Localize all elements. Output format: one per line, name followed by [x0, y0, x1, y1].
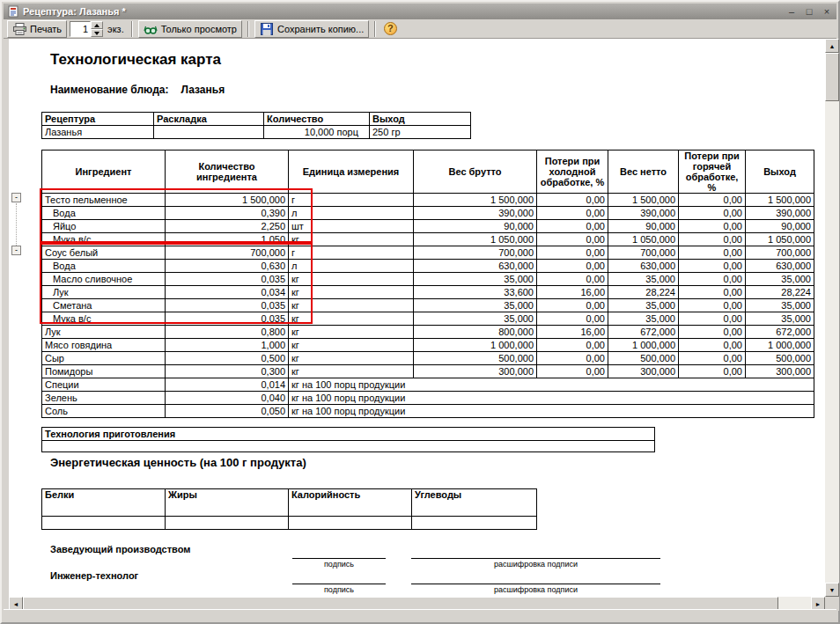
collapse-group-button[interactable]: -	[11, 246, 21, 255]
cold-loss-cell: 0,00	[537, 233, 608, 246]
scroll-up-icon[interactable]: ▲	[825, 39, 839, 53]
gross-weight-cell: 300,000	[414, 365, 537, 378]
spin-down-icon[interactable]	[91, 29, 103, 37]
table-row: Вода0,390л390,0000,00390,0000,00390,000	[42, 207, 814, 220]
ingredients-table: ИнгредиентКоличество ингредиентаЕдиница …	[41, 150, 814, 418]
gross-weight-cell: 35,000	[414, 299, 537, 312]
close-button[interactable]: ×	[821, 5, 833, 18]
cold-loss-cell: 0,00	[537, 207, 608, 220]
save-copy-button[interactable]: Сохранить копию...	[254, 20, 369, 38]
ingredient-unit-cell: кг	[289, 286, 414, 299]
printer-icon	[12, 22, 26, 36]
ingredient-qty-cell: 0,034	[166, 286, 289, 299]
spin-up-icon[interactable]	[91, 21, 103, 29]
ingredient-name-cell: Мука в/с	[42, 233, 166, 246]
ingredient-unit-cell: кг	[289, 299, 414, 312]
ingredients-column-header: Выход	[746, 150, 814, 194]
ingredient-qty-cell: 0,014	[166, 378, 289, 392]
table-row: Тесто пельменное1 500,000г1 500,0000,001…	[42, 194, 814, 207]
signature-line	[292, 558, 386, 559]
gross-weight-cell: 800,000	[414, 326, 537, 339]
hot-loss-cell: 0,00	[679, 233, 746, 246]
ingredient-unit-cell: л	[289, 207, 414, 220]
ingredients-column-header: Потери при горячей обработке, %	[679, 150, 746, 194]
table-row: Сметана0,035кг35,0000,0035,0000,0035,000	[42, 299, 814, 312]
cold-loss-cell: 0,00	[537, 299, 608, 312]
output-weight-cell: 35,000	[746, 273, 814, 286]
output-weight-cell: 390,000	[746, 207, 814, 220]
table-row: Лук0,800кг800,00016,00672,0000,00672,000	[42, 326, 814, 339]
dish-label: Наименование блюда:	[50, 84, 168, 96]
output-weight-cell: 35,000	[746, 299, 814, 312]
ingredient-name-cell: Сметана	[42, 299, 166, 312]
copies-stepper[interactable]	[70, 21, 103, 37]
toolbar-separator	[374, 21, 376, 37]
gross-weight-cell: 1 500,000	[414, 194, 537, 207]
recipe-name-cell: Лазанья	[42, 126, 154, 139]
hot-loss-cell: 0,00	[679, 339, 746, 352]
output-weight-cell: 35,000	[746, 312, 814, 326]
ingredient-qty-cell: 0,500	[166, 352, 289, 365]
hot-loss-cell: 0,00	[679, 352, 746, 365]
ingredient-qty-cell: 0,800	[166, 326, 289, 339]
ingredient-name-cell: Соус белый	[42, 246, 166, 260]
vertical-scrollbar[interactable]: ▲ ▼	[825, 39, 839, 597]
net-weight-cell: 35,000	[608, 299, 679, 312]
copies-input[interactable]	[70, 21, 91, 37]
energy-column-header: Калорийность	[289, 489, 412, 517]
signature-caption: расшифровка подписи	[411, 585, 660, 594]
scroll-down-icon[interactable]: ▼	[825, 583, 839, 597]
ingredient-unit-cell: кг на 100 порц продукции	[289, 405, 814, 418]
minimize-button[interactable]: –	[785, 5, 798, 18]
maximize-button[interactable]: □	[803, 5, 815, 18]
net-weight-cell: 35,000	[608, 312, 679, 326]
ingredient-unit-cell: кг	[289, 365, 414, 378]
cold-loss-cell: 0,00	[537, 220, 608, 233]
ingredient-name-cell: Мясо говядина	[42, 339, 166, 352]
table-row: Соль0,050кг на 100 порц продукции	[42, 405, 814, 418]
signature-line	[411, 584, 660, 584]
view-only-button[interactable]: Только просмотр	[138, 20, 242, 38]
floppy-save-icon	[260, 22, 274, 36]
cold-loss-cell: 0,00	[537, 273, 608, 286]
hot-loss-cell: 0,00	[679, 194, 746, 207]
window-titlebar[interactable]: Рецептура: Лазанья * – □ ×	[4, 4, 836, 19]
table-row: Мука в/с0,035кг35,0000,0035,0000,0035,00…	[42, 312, 814, 326]
vertical-scrollbar-thumb[interactable]	[825, 53, 839, 101]
net-weight-cell: 1 050,000	[608, 233, 679, 246]
hot-loss-cell: 0,00	[679, 365, 746, 378]
collapse-group-button[interactable]: -	[11, 193, 21, 202]
technology-label: Технология приготовления	[42, 428, 654, 441]
output-weight-cell: 672,000	[746, 326, 814, 339]
ingredient-qty-cell: 0,300	[166, 365, 289, 378]
ingredient-qty-cell: 1,050	[166, 233, 289, 246]
net-weight-cell: 28,224	[608, 286, 679, 299]
ingredient-qty-cell: 2,250	[166, 220, 289, 233]
ingredient-qty-cell: 0,630	[166, 260, 289, 273]
hot-loss-cell: 0,00	[679, 273, 746, 286]
toolbar-separator	[131, 21, 133, 37]
signature-line	[411, 558, 660, 559]
ingredient-unit-cell: л	[289, 260, 414, 273]
ingredient-unit-cell: шт	[289, 220, 414, 233]
cold-loss-cell: 0,00	[537, 352, 608, 365]
output-weight-cell: 1 500,000	[746, 194, 814, 207]
recipe-quantity-cell: 10,000 порц	[264, 126, 370, 139]
cold-loss-cell: 0,00	[537, 246, 608, 260]
cold-loss-cell: 0,00	[537, 339, 608, 352]
status-bar	[4, 609, 836, 620]
print-button[interactable]: Печать	[7, 20, 67, 38]
recipe-summary-table: РецептураРаскладкаКоличествоВыходЛазанья…	[41, 112, 471, 139]
net-weight-cell: 390,000	[608, 207, 679, 220]
recipe-column-header: Рецептура	[42, 113, 154, 126]
ingredient-qty-cell: 0,050	[166, 405, 289, 418]
ingredient-qty-cell: 0,390	[166, 207, 289, 220]
net-weight-cell: 1 500,000	[608, 194, 679, 207]
help-icon: ?	[384, 22, 397, 35]
toolbar-separator	[247, 21, 249, 37]
table-row: Специи0,014кг на 100 порц продукции	[42, 378, 814, 392]
ingredient-unit-cell: кг	[289, 273, 414, 286]
hot-loss-cell: 0,00	[679, 220, 746, 233]
help-button[interactable]: ?	[381, 20, 399, 38]
ingredients-column-header: Количество ингредиента	[166, 150, 289, 194]
